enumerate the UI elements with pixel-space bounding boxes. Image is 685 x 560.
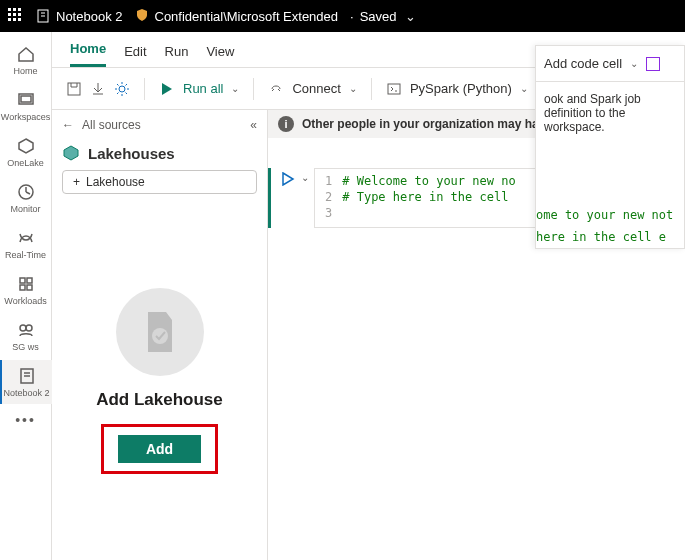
svg-point-17 (119, 86, 125, 92)
svg-rect-9 (20, 285, 25, 290)
rail-more[interactable]: ••• (0, 406, 52, 434)
overlay-code-line: here in the cell e (536, 226, 684, 248)
rail-onelake[interactable]: OneLake (0, 130, 52, 174)
chevron-down-icon: ⌄ (349, 83, 357, 94)
sources-breadcrumb[interactable]: All sources (82, 118, 141, 132)
tab-edit[interactable]: Edit (124, 44, 146, 67)
svg-marker-22 (283, 173, 293, 185)
rail-workspaces[interactable]: Workspaces (0, 84, 52, 128)
download-icon[interactable] (90, 81, 106, 97)
sources-panel: ← All sources « Lakehouses + Lakehouse A… (52, 110, 268, 560)
add-lakehouse-chip[interactable]: + Lakehouse (62, 170, 257, 194)
tab-run[interactable]: Run (165, 44, 189, 67)
svg-marker-18 (162, 83, 172, 95)
add-button-highlight: Add (101, 424, 218, 474)
kernel-dropdown[interactable]: PySpark (Python) ⌄ (386, 81, 528, 97)
app-header: Notebook 2 Confidential\Microsoft Extend… (0, 0, 685, 32)
notebook-icon (36, 9, 50, 23)
svg-rect-16 (68, 83, 80, 95)
chevron-down-icon: ⌄ (630, 58, 638, 69)
svg-rect-10 (27, 285, 32, 290)
back-arrow-icon[interactable]: ← (62, 118, 74, 132)
add-button[interactable]: Add (118, 435, 201, 463)
rail-workloads[interactable]: Workloads (0, 268, 52, 312)
empty-state-icon (116, 288, 204, 376)
svg-rect-19 (388, 84, 400, 94)
empty-state-title: Add Lakehouse (96, 390, 223, 410)
svg-point-21 (152, 328, 168, 344)
empty-state: Add Lakehouse Add (52, 202, 267, 560)
sensitivity-label[interactable]: Confidential\Microsoft Extended (135, 8, 339, 25)
lakehouse-icon (62, 144, 80, 162)
nav-rail: Home Workspaces OneLake Monitor Real-Tim… (0, 32, 52, 560)
svg-rect-7 (20, 278, 25, 283)
rail-realtime[interactable]: Real-Time (0, 222, 52, 266)
svg-marker-5 (19, 139, 33, 153)
rail-monitor[interactable]: Monitor (0, 176, 52, 220)
cell-menu-chevron-icon[interactable]: ⌄ (301, 172, 309, 183)
chevron-down-icon: ⌄ (405, 9, 416, 24)
save-state[interactable]: · Saved ⌄ (350, 9, 416, 24)
code-line: # Type here in the cell (342, 189, 515, 205)
tab-home[interactable]: Home (70, 41, 106, 67)
app-launcher-icon[interactable] (8, 8, 24, 24)
overlay-panel: Add code cell ⌄ ook and Spark job defini… (535, 45, 685, 249)
svg-point-12 (26, 325, 32, 331)
svg-rect-8 (27, 278, 32, 283)
code-line: # Welcome to your new no (342, 173, 515, 189)
file-name[interactable]: Notebook 2 (36, 9, 123, 24)
rail-sgws[interactable]: SG ws (0, 314, 52, 358)
overlay-hint: ook and Spark job definition to the work… (536, 82, 684, 144)
save-icon[interactable] (66, 81, 82, 97)
run-cell-icon[interactable] (281, 172, 295, 189)
overlay-code-line: ome to your new not (536, 204, 684, 226)
run-all-button[interactable]: Run all ⌄ (159, 81, 239, 97)
shield-icon (135, 8, 149, 25)
rail-home[interactable]: Home (0, 38, 52, 82)
svg-point-11 (20, 325, 26, 331)
chevron-down-icon: ⌄ (231, 83, 239, 94)
tab-view[interactable]: View (206, 44, 234, 67)
svg-marker-20 (64, 146, 78, 160)
plus-icon: + (73, 175, 80, 189)
chevron-down-icon: ⌄ (520, 83, 528, 94)
sources-title: Lakehouses (88, 145, 175, 162)
svg-rect-4 (21, 96, 31, 102)
markdown-cell-icon[interactable] (646, 57, 660, 71)
code-line (342, 205, 515, 221)
add-code-cell-button[interactable]: Add code cell (544, 56, 622, 71)
settings-icon[interactable] (114, 81, 130, 97)
collapse-panel-icon[interactable]: « (250, 118, 257, 132)
info-icon: i (278, 116, 294, 132)
connect-dropdown[interactable]: Connect ⌄ (268, 81, 356, 97)
rail-notebook2[interactable]: Notebook 2 (0, 360, 52, 404)
